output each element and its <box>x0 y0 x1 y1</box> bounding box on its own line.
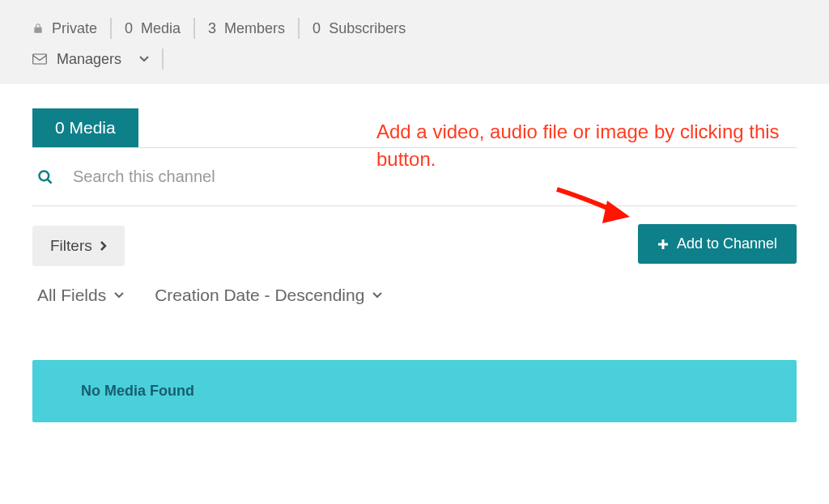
filters-button[interactable]: Filters <box>32 226 125 266</box>
envelope-icon <box>32 53 47 65</box>
channel-header: Private 0 Media 3 Members 0 Subscribers … <box>0 0 829 84</box>
field-label: All Fields <box>37 286 106 305</box>
chevron-down-icon <box>114 292 124 299</box>
chevron-down-icon <box>372 292 382 299</box>
chevron-right-icon <box>100 241 107 251</box>
sort-row: All Fields Creation Date - Descending <box>32 286 797 321</box>
search-input[interactable] <box>73 167 316 186</box>
add-to-channel-button[interactable]: Add to Channel <box>638 224 797 264</box>
subscribers-count: 0 <box>312 20 321 37</box>
divider <box>110 18 112 39</box>
filters-label: Filters <box>50 237 92 255</box>
media-count: 0 <box>125 20 133 37</box>
managers-dropdown[interactable]: Managers <box>32 51 149 68</box>
media-tab[interactable]: 0 Media <box>32 108 138 147</box>
members-stat: 3 Members <box>208 20 285 37</box>
members-count: 3 <box>208 20 216 37</box>
sort-order-label: Creation Date - Descending <box>155 286 364 305</box>
lock-icon <box>32 23 44 34</box>
privacy-stat: Private <box>32 20 97 37</box>
subscribers-stat: 0 Subscribers <box>312 20 406 37</box>
stats-row: Private 0 Media 3 Members 0 Subscribers <box>32 18 797 39</box>
managers-label: Managers <box>57 51 121 68</box>
media-stat: 0 Media <box>125 20 181 37</box>
managers-row: Managers <box>32 49 797 70</box>
add-button-label: Add to Channel <box>677 235 777 252</box>
search-icon <box>37 169 53 185</box>
svg-point-1 <box>40 171 49 180</box>
divider <box>162 49 164 70</box>
search-container <box>32 148 797 206</box>
subscribers-label: Subscribers <box>329 20 406 37</box>
no-media-banner: No Media Found <box>32 360 797 422</box>
privacy-label: Private <box>52 20 97 37</box>
chevron-down-icon <box>139 56 149 62</box>
sort-order-dropdown[interactable]: Creation Date - Descending <box>155 286 382 305</box>
members-label: Members <box>224 20 285 37</box>
media-label: Media <box>141 20 181 37</box>
content-area: Add a video, audio file or image by clic… <box>0 84 829 422</box>
tab-container: 0 Media <box>32 108 797 148</box>
divider <box>193 18 195 39</box>
field-dropdown[interactable]: All Fields <box>37 286 124 305</box>
svg-rect-0 <box>33 54 47 64</box>
plus-icon <box>657 239 669 250</box>
controls-row: Filters Add to Channel <box>32 206 797 286</box>
divider <box>298 18 300 39</box>
